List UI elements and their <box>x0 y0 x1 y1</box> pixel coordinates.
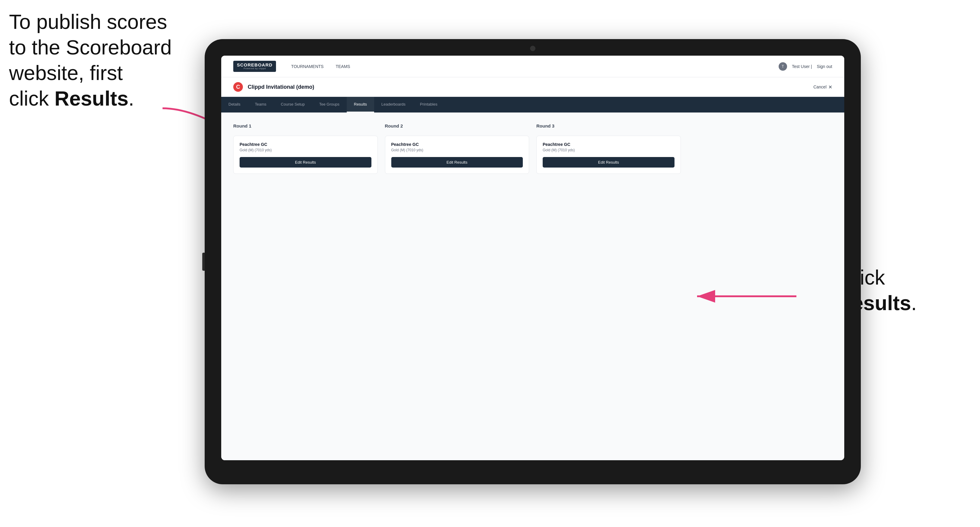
round-2-edit-results-button[interactable]: Edit Results <box>391 157 523 168</box>
cancel-button[interactable]: Cancel ✕ <box>813 84 832 90</box>
round-1-edit-results-button[interactable]: Edit Results <box>240 157 371 168</box>
tournament-title-area: C Clippd Invitational (demo) <box>233 82 314 92</box>
rounds-grid: Round 1 Peachtree GC Gold (M) (7010 yds)… <box>233 123 832 174</box>
instruction-text-left: To publish scores to the Scoreboard webs… <box>9 9 172 111</box>
tournament-title: Clippd Invitational (demo) <box>248 84 314 90</box>
logo-box: SCOREBOARD Powered by clippd <box>233 61 276 72</box>
tab-results[interactable]: Results <box>347 97 374 113</box>
round-1-course-details: Gold (M) (7010 yds) <box>240 148 371 152</box>
tab-teams[interactable]: Teams <box>248 97 274 113</box>
logo-text-sub: Powered by clippd <box>243 67 266 70</box>
logo-text-main: SCOREBOARD <box>237 63 272 67</box>
nav-links: TOURNAMENTS TEAMS <box>291 63 779 70</box>
round-3-card: Peachtree GC Gold (M) (7010 yds) Edit Re… <box>536 136 681 174</box>
round-2-course-name: Peachtree GC <box>391 142 523 147</box>
top-nav: SCOREBOARD Powered by clippd TOURNAMENTS… <box>221 56 844 77</box>
round-1-card: Peachtree GC Gold (M) (7010 yds) Edit Re… <box>233 136 378 174</box>
tablet-side-button <box>202 253 205 271</box>
round-1-course-name: Peachtree GC <box>240 142 371 147</box>
tab-course-setup[interactable]: Course Setup <box>274 97 312 113</box>
round-2-title: Round 2 <box>385 123 530 131</box>
tab-tee-groups[interactable]: Tee Groups <box>312 97 347 113</box>
round-3-edit-results-button[interactable]: Edit Results <box>542 157 675 168</box>
tab-nav: Details Teams Course Setup Tee Groups Re… <box>221 97 844 113</box>
tab-details[interactable]: Details <box>221 97 248 113</box>
round-column-1: Round 1 Peachtree GC Gold (M) (7010 yds)… <box>233 123 378 174</box>
tab-printables[interactable]: Printables <box>413 97 445 113</box>
signout-link[interactable]: Sign out <box>817 64 832 69</box>
logo-area: SCOREBOARD Powered by clippd <box>233 61 276 72</box>
nav-right: T Test User | Sign out <box>779 62 832 71</box>
user-label: Test User | <box>792 64 812 69</box>
round-3-course-name: Peachtree GC <box>542 142 675 147</box>
tab-leaderboards[interactable]: Leaderboards <box>374 97 413 113</box>
round-1-title: Round 1 <box>233 123 378 131</box>
nav-teams[interactable]: TEAMS <box>336 63 350 70</box>
round-3-title: Round 3 <box>536 123 681 131</box>
round-column-3: Round 3 Peachtree GC Gold (M) (7010 yds)… <box>536 123 681 174</box>
user-avatar: T <box>779 62 787 71</box>
round-3-course-details: Gold (M) (7010 yds) <box>542 148 675 152</box>
tablet-camera <box>530 46 535 51</box>
tournament-icon: C <box>233 82 243 92</box>
round-2-course-details: Gold (M) (7010 yds) <box>391 148 523 152</box>
tournament-header: C Clippd Invitational (demo) Cancel ✕ <box>221 77 844 97</box>
tablet-frame: SCOREBOARD Powered by clippd TOURNAMENTS… <box>205 39 861 484</box>
round-2-card: Peachtree GC Gold (M) (7010 yds) Edit Re… <box>385 136 530 174</box>
main-content: Round 1 Peachtree GC Gold (M) (7010 yds)… <box>221 113 844 460</box>
tablet-screen: SCOREBOARD Powered by clippd TOURNAMENTS… <box>221 56 844 460</box>
round-column-4 <box>688 123 832 174</box>
round-column-2: Round 2 Peachtree GC Gold (M) (7010 yds)… <box>385 123 530 174</box>
nav-tournaments[interactable]: TOURNAMENTS <box>291 63 323 70</box>
